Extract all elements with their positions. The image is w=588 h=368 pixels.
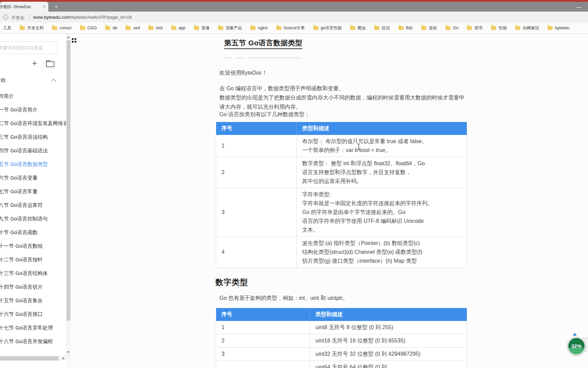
row-number [216,361,310,368]
bookmark-item[interactable]: 性能 [491,25,507,31]
column-header-desc: 类型和描述 [297,122,467,135]
column-header-desc: 类型和描述 [310,308,467,321]
bookmark-item[interactable]: 工具 [3,25,11,31]
sidebar-item-ch9[interactable]: 第九节 Go语言控制语句 [0,212,66,226]
sidebar-item-ch18[interactable]: 第十八节 Go语言并发编程 [0,335,66,348]
url-domain: www.byteedu.com [33,15,70,20]
folder-icon [218,26,223,30]
chevron-up-icon[interactable] [51,79,56,84]
row-desc: 派生类型:(a) 指针类型（Pointer）(b) 数组类型(c) 结构化类型(… [297,237,467,268]
bookmark-item[interactable]: 征信 [374,25,390,31]
tab-close-icon[interactable]: × [43,4,46,9]
bookmark-item[interactable]: B站 [398,25,413,31]
horizontal-scroll-thumb[interactable] [0,356,59,361]
bookmark-item[interactable]: 内网测试 [515,25,539,31]
bookmark-item[interactable]: Source引擎 [276,25,305,31]
bookmark-item[interactable]: 开发文档 [20,25,44,31]
sidebar-item-ch16[interactable]: 第十六节 Go语言接口 [0,307,66,321]
url-text[interactable]: www.byteedu.com/bytedoc/web/#/9?page_id=… [33,15,132,20]
bookmark-item[interactable]: go语言性能 [313,25,342,31]
folder-icon [194,26,199,30]
folder-icon [515,26,520,30]
row-desc: uint8 无符号 8 位整型 (0 到 255) [310,321,467,334]
sidebar-item-ch13[interactable]: 第十三节 Go语言结构体 [0,266,66,280]
row-number: 3 [216,188,297,237]
bookmark-item[interactable]: tool [148,26,162,30]
bookmark-item[interactable]: CGO [80,26,97,30]
folder-icon [20,26,25,30]
scroll-right-arrow-icon[interactable] [63,357,65,360]
address-bar[interactable]: i 不安全 | www.byteedu.com/bytedoc/web/#/9?… [0,12,588,22]
section-heading-number-types: 数字类型 [215,277,248,288]
sidebar-item-ch1[interactable]: 第一节 Go语言简介 [0,103,66,117]
tab-bar: 程项目--ShowDoc × + [0,2,588,12]
bookmark-item[interactable]: db [105,26,117,30]
sidebar-item-ch11[interactable]: 第十一节 Go语言数组 [0,239,66,253]
folder-icon [105,26,110,30]
sidebar-horizontal-scrollbar[interactable] [0,356,66,361]
bookmark-item[interactable]: 爬虫 [350,25,366,31]
overlay-pointer-icon [573,333,577,336]
page-info-icon[interactable]: i [3,15,8,20]
sidebar-vertical-scrollbar[interactable] [66,34,70,356]
add-page-button[interactable]: + [32,59,37,67]
sidebar-item-ch17[interactable]: 第十七节 Go语言异常处理 [0,321,66,335]
sidebar-item-ch2[interactable]: 第二节 Go语言环境安装及网络资源 [0,117,66,130]
folder-icon [80,26,85,30]
sidebar-item-ch15[interactable]: 第十五节 Go语言集合 [0,294,66,307]
progress-badge[interactable]: 32% [567,337,586,355]
bookmarks-bar: 工具 开发文档 consul CGO db ue4 tool app 直播 流量… [0,22,588,34]
bookmark-item[interactable]: nginx [250,26,268,30]
folder-icon [350,26,355,30]
new-tab-button[interactable]: + [51,3,61,11]
table-row: 1 uint8 无符号 8 位整型 (0 到 255) [216,321,467,334]
bookmark-item[interactable]: byteedu [548,26,570,30]
scroll-down-arrow-icon[interactable] [67,351,70,353]
text-cursor-ibeam [357,143,361,150]
scroll-up-arrow-icon[interactable] [67,36,70,38]
tab-title: 程项目--ShowDoc [0,4,38,10]
bookmark-item[interactable]: ue4 [126,26,140,30]
column-header-index: 序号 [216,122,297,135]
folder-icon [445,26,451,30]
sidebar-item-ch6[interactable]: 第六节 Go语言变量 [0,171,66,185]
sidebar-item-ch8[interactable]: 第八节 Go语言运算符 [0,198,66,212]
row-number: 4 [216,237,297,268]
intro-line: 数据类型的出现是为了把数据分成所需内存大小不同的数据，编程的时候需要用大数据的时… [219,93,464,102]
bookmark-item[interactable]: app [171,26,185,30]
bookmark-item[interactable]: 流量产品 [218,25,242,31]
column-header-index: 序号 [216,308,310,321]
new-catalog-icon[interactable] [46,61,54,67]
sidebar-item-ch3[interactable]: 第三节 Go语言语法结构 [0,130,66,144]
page-title: 第五节 Go语言数据类型 [224,38,303,49]
row-number: 1 [216,135,297,157]
bookmark-item[interactable]: Go [445,26,458,30]
row-number: 2 [216,157,297,188]
sidebar-toggle-grid-icon[interactable] [72,38,76,43]
row-number: 1 [216,321,310,334]
bookmark-item[interactable]: 原创 [421,25,437,31]
catalog-header[interactable]: 程 [0,76,66,85]
sidebar-item-intro[interactable]: 课程简介 [0,89,66,103]
data-types-table: 序号 类型和描述 1 布尔型： 布尔型的值只可以是常量 true 或者 fals… [216,122,467,268]
sidebar-item-ch5-active[interactable]: 第五节 Go语言数据类型 [0,157,66,171]
bookmark-item[interactable]: 简书 [467,25,483,31]
lead-text: Go 语言按类别有以下几种数据类型： [219,110,310,119]
number-types-table: 序号 类型和描述 1 uint8 无符号 8 位整型 (0 到 255) 2 u… [216,308,467,368]
window-minimize-button[interactable] [576,7,581,8]
bookmark-item[interactable]: consul [52,26,71,30]
folder-icon [374,26,379,30]
intro-line: 在 Go 编程语言中，数据类型用于声明函数和变量。 [219,84,464,93]
sidebar-item-ch10[interactable]: 第十节 Go语言函数 [0,226,66,239]
search-input[interactable] [0,41,58,54]
sidebar-item-ch7[interactable]: 第七节 Go语言常量 [0,185,66,198]
sidebar-item-ch12[interactable]: 第十二节 Go语言指针 [0,253,66,266]
browser-tab[interactable]: 程项目--ShowDoc × [0,2,48,12]
sidebar-item-ch4[interactable]: 第四节 Go语言基础语法 [0,144,66,157]
vertical-scroll-thumb[interactable] [67,40,70,321]
bookmark-item[interactable]: 直播 [194,25,210,31]
sidebar-item-ch14[interactable]: 第十四节 Go语言切片 [0,280,66,294]
table-row: 2 数字类型： 整型 int 和浮点型 float32、float64，Go 语… [216,157,467,188]
catalog-title: 程 [1,77,6,84]
table-row: 2 uint16 无符号 16 位整型 (0 到 65535) [216,334,467,348]
